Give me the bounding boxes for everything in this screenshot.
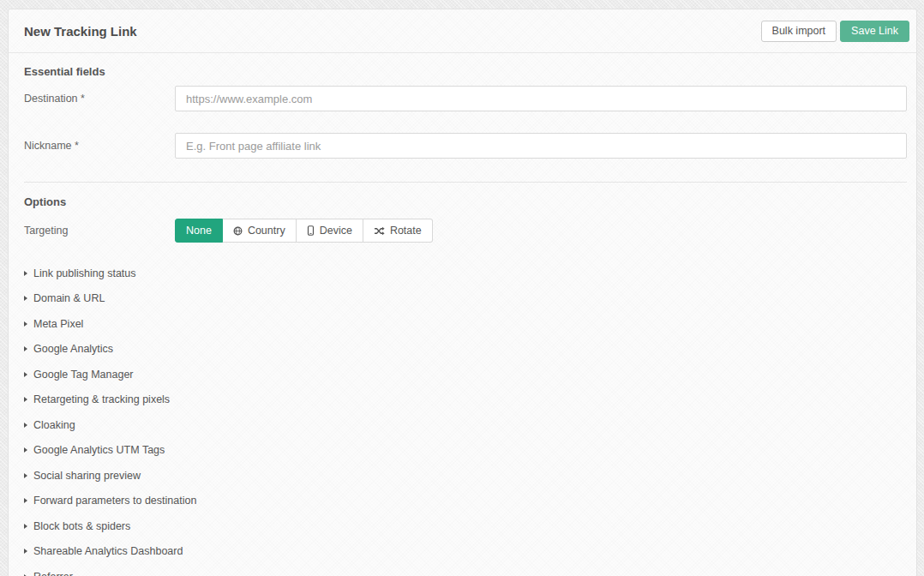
collapsible-section-toggle[interactable]: Social sharing preview (24, 463, 907, 489)
targeting-none-button[interactable]: None (175, 219, 223, 243)
collapsible-section-toggle[interactable]: Domain & URL (24, 286, 907, 312)
caret-right-icon (24, 397, 27, 402)
destination-row: Destination * (24, 86, 907, 111)
collapsible-sections: Link publishing statusDomain & URLMeta P… (24, 261, 907, 576)
targeting-button-label: None (186, 225, 212, 237)
targeting-device-button[interactable]: Device (297, 219, 363, 243)
collapsible-section-label: Forward parameters to destination (33, 495, 196, 507)
collapsible-section-toggle[interactable]: Google Analytics UTM Tags (24, 438, 907, 464)
header-actions: Bulk import Save Link (761, 21, 909, 42)
collapsible-section-toggle[interactable]: Referrer (24, 564, 907, 576)
caret-right-icon (24, 549, 27, 554)
caret-right-icon (24, 498, 27, 503)
collapsible-section-toggle[interactable]: Shareable Analytics Dashboard (24, 539, 907, 565)
collapsible-section-toggle[interactable]: Link publishing status (24, 261, 907, 286)
collapsible-section-label: Meta Pixel (33, 318, 83, 330)
collapsible-section-toggle[interactable]: Google Analytics (24, 337, 907, 363)
targeting-group: NoneCountryDeviceRotate (175, 219, 433, 243)
targeting-row: Targeting NoneCountryDeviceRotate (24, 219, 907, 243)
options-heading: Options (24, 195, 907, 208)
collapsible-section-toggle[interactable]: Cloaking (24, 412, 907, 438)
caret-right-icon (24, 524, 27, 529)
collapsible-section-label: Cloaking (33, 419, 75, 431)
mobile-icon (307, 225, 315, 236)
caret-right-icon (24, 447, 27, 453)
collapsible-section-label: Link publishing status (33, 267, 136, 279)
panel-header: New Tracking Link Bulk import Save Link (9, 9, 916, 53)
caret-right-icon (24, 423, 27, 428)
collapsible-section-label: Google Analytics (33, 343, 113, 355)
panel-body: Essential fields Destination * Nickname … (9, 53, 916, 576)
shuffle-icon (374, 226, 385, 236)
targeting-rotate-button[interactable]: Rotate (363, 219, 433, 243)
collapsible-section-label: Retargeting & tracking pixels (33, 393, 170, 405)
globe-icon (233, 226, 243, 236)
section-divider (24, 182, 907, 183)
collapsible-section-toggle[interactable]: Retargeting & tracking pixels (24, 387, 907, 413)
nickname-row: Nickname * (24, 133, 907, 159)
collapsible-section-label: Google Tag Manager (33, 369, 134, 381)
caret-right-icon (24, 372, 27, 377)
nickname-input[interactable] (175, 133, 907, 159)
destination-input[interactable] (175, 86, 907, 111)
caret-right-icon (24, 346, 27, 351)
caret-right-icon (24, 321, 27, 327)
nickname-label: Nickname * (24, 140, 175, 152)
targeting-button-label: Device (320, 225, 352, 237)
collapsible-section-label: Shareable Analytics Dashboard (33, 545, 183, 557)
collapsible-section-label: Domain & URL (33, 292, 105, 304)
targeting-label: Targeting (24, 225, 175, 237)
targeting-country-button[interactable]: Country (223, 219, 297, 243)
page-title: New Tracking Link (24, 24, 137, 39)
caret-right-icon (24, 473, 27, 478)
collapsible-section-toggle[interactable]: Block bots & spiders (24, 513, 907, 539)
save-link-button[interactable]: Save Link (840, 21, 909, 42)
collapsible-section-toggle[interactable]: Google Tag Manager (24, 362, 907, 387)
collapsible-section-label: Social sharing preview (33, 470, 141, 482)
bulk-import-button[interactable]: Bulk import (761, 21, 837, 42)
targeting-button-label: Rotate (390, 225, 422, 237)
collapsible-section-toggle[interactable]: Forward parameters to destination (24, 489, 907, 514)
collapsible-section-label: Block bots & spiders (33, 520, 130, 532)
collapsible-section-label: Referrer (33, 571, 73, 576)
new-tracking-link-panel: New Tracking Link Bulk import Save Link … (8, 9, 917, 576)
destination-label: Destination * (24, 93, 175, 105)
targeting-button-label: Country (248, 225, 285, 237)
collapsible-section-label: Google Analytics UTM Tags (33, 444, 165, 456)
caret-right-icon (24, 271, 27, 276)
caret-right-icon (24, 296, 27, 301)
collapsible-section-toggle[interactable]: Meta Pixel (24, 311, 907, 337)
essential-fields-heading: Essential fields (24, 65, 907, 78)
